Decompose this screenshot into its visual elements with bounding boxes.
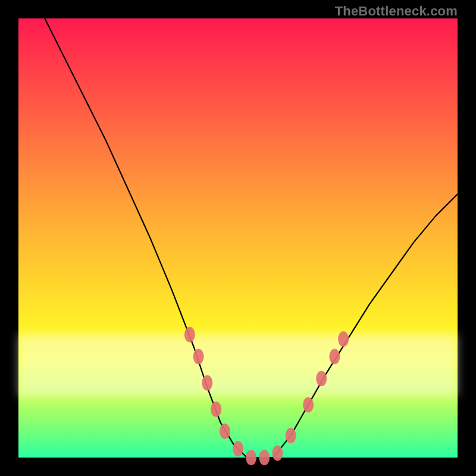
- svg-point-6: [233, 441, 243, 456]
- svg-point-11: [303, 397, 314, 412]
- svg-point-5: [220, 424, 230, 439]
- svg-rect-0: [18, 334, 458, 396]
- svg-point-14: [338, 331, 349, 347]
- branding-text: TheBottleneck.com: [335, 4, 458, 19]
- plot-area: [18, 18, 458, 458]
- svg-point-3: [202, 375, 212, 391]
- svg-point-1: [184, 327, 195, 342]
- svg-point-7: [246, 450, 256, 465]
- svg-point-8: [259, 450, 270, 465]
- chart-svg: [18, 18, 458, 458]
- svg-point-9: [272, 446, 283, 461]
- svg-point-10: [286, 428, 296, 443]
- chart-frame: TheBottleneck.com: [0, 0, 476, 476]
- glow-band: [18, 334, 458, 396]
- svg-point-12: [316, 371, 327, 386]
- svg-point-4: [211, 402, 221, 417]
- svg-point-2: [193, 349, 204, 364]
- svg-point-13: [329, 349, 340, 364]
